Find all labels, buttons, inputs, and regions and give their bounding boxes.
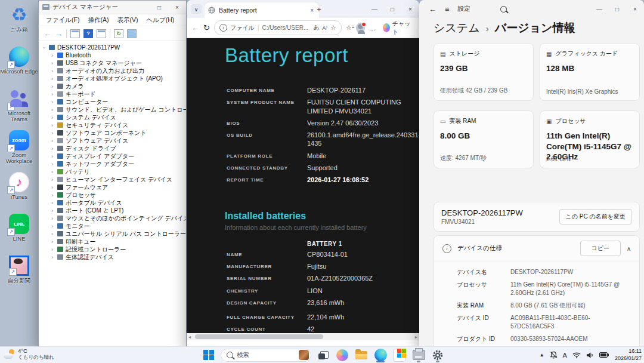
tree-item[interactable]: › 記憶域コントローラー xyxy=(41,245,186,253)
chevron-collapsed-icon[interactable]: › xyxy=(49,254,55,260)
tab-close-icon[interactable]: × xyxy=(308,7,315,14)
hidden-icons-chevron[interactable]: ▲ xyxy=(540,352,544,358)
tree-item[interactable]: › キーボード xyxy=(41,90,186,98)
tree-item[interactable]: › ポート (COM と LPT) xyxy=(41,207,186,214)
info-icon[interactable]: i xyxy=(219,24,227,32)
chevron-collapsed-icon[interactable]: › xyxy=(49,60,55,66)
chevron-collapsed-icon[interactable]: › xyxy=(49,216,55,222)
desktop-icon[interactable]: ↗ Microsoft Edge xyxy=(0,47,38,83)
copy-button[interactable]: コピー xyxy=(580,241,621,256)
chevron-collapsed-icon[interactable]: › xyxy=(49,161,55,167)
scrollbar-thumb[interactable] xyxy=(195,334,323,339)
chevron-collapsed-icon[interactable]: › xyxy=(49,200,55,206)
chevron-up-icon[interactable]: ∧ xyxy=(627,245,631,252)
edge-button[interactable] xyxy=(373,348,388,362)
scroll-right-icon[interactable]: ► xyxy=(413,335,419,339)
tree-item[interactable]: › マウスとそのほかのポインティング デバイス xyxy=(41,214,186,222)
tree-item[interactable]: › 生体認証デバイス xyxy=(41,253,186,261)
scan-hardware-icon[interactable]: ↻ xyxy=(114,29,123,38)
close-button[interactable]: × xyxy=(626,0,644,18)
notifications-off-icon[interactable] xyxy=(550,351,558,359)
profile-avatar[interactable] xyxy=(356,23,365,33)
menu-item[interactable]: ヘルプ(H) xyxy=(143,15,178,26)
chevron-collapsed-icon[interactable]: › xyxy=(49,68,55,74)
desktop-icon[interactable]: ↗ Zoom Workplace xyxy=(0,130,38,167)
chevron-collapsed-icon[interactable]: › xyxy=(49,208,55,214)
refresh-icon[interactable]: ↻ xyxy=(203,23,210,32)
chevron-collapsed-icon[interactable]: › xyxy=(49,130,55,136)
tree-item[interactable]: › サウンド、ビデオ、およびゲーム コントローラー xyxy=(41,106,186,113)
rename-pc-button[interactable]: この PC の名前を変更 xyxy=(559,209,632,224)
browser-tab[interactable]: Battery report × xyxy=(205,2,319,18)
ime-mode-indicator[interactable]: A xyxy=(563,352,567,359)
desktop-icon[interactable]: ↗ Microsoft Teams xyxy=(0,88,38,125)
tree-item[interactable]: › バッテリ xyxy=(41,168,186,176)
start-button[interactable] xyxy=(202,348,216,362)
translate-icon[interactable]: あ xyxy=(314,24,320,32)
console-icon[interactable] xyxy=(70,29,80,38)
tree-item[interactable]: › ファームウェア xyxy=(41,183,186,191)
taskbar-search[interactable]: 検索 xyxy=(221,349,311,362)
task-view-button[interactable] xyxy=(316,348,330,362)
chevron-collapsed-icon[interactable]: › xyxy=(49,91,55,97)
forward-icon[interactable]: → xyxy=(55,29,63,38)
chevron-collapsed-icon[interactable]: › xyxy=(49,192,55,198)
tree-item[interactable]: › ディスプレイ アダプター xyxy=(41,152,186,160)
speaker-icon[interactable] xyxy=(586,352,594,359)
back-icon[interactable]: ← xyxy=(191,23,199,32)
tree-item[interactable]: › セキュリティ デバイス xyxy=(41,121,186,129)
tree-item[interactable]: › 印刷キュー xyxy=(41,238,186,245)
desktop-icon[interactable]: ↗ iTunes xyxy=(0,172,38,208)
maximize-button[interactable]: □ xyxy=(383,0,401,18)
search-highlight-image[interactable] xyxy=(299,350,309,360)
device-spec-header[interactable]: i デバイスの仕様 コピー ∧ xyxy=(434,236,639,262)
spec-card[interactable]: ▣ プロセッサ 11th Gen Intel(R) Core(TM) i5-11… xyxy=(540,110,640,168)
chevron-collapsed-icon[interactable]: › xyxy=(49,53,55,59)
chevron-collapsed-icon[interactable]: › xyxy=(49,223,55,229)
chevron-collapsed-icon[interactable]: › xyxy=(49,177,55,183)
tree-item[interactable]: › ポータブル デバイス xyxy=(41,199,186,207)
chevron-collapsed-icon[interactable]: › xyxy=(49,146,55,152)
properties-icon[interactable] xyxy=(97,29,106,38)
close-button[interactable]: × xyxy=(168,1,186,14)
tree-item[interactable]: › システム デバイス xyxy=(41,113,186,121)
tree-item[interactable]: › ヒューマン インターフェイス デバイス xyxy=(41,176,186,183)
tree-root[interactable]: › DESKTOP-2026117PW xyxy=(41,44,186,51)
tab-actions-menu-icon[interactable]: ∨ xyxy=(191,4,202,14)
tree-item[interactable]: › ユニバーサル シリアル バス コントローラー xyxy=(41,230,186,238)
read-aloud-icon[interactable]: A⁾ xyxy=(322,24,327,31)
settings-button[interactable] xyxy=(431,348,445,362)
device-manager-button[interactable] xyxy=(411,348,426,362)
favorites-icon[interactable]: ☆ xyxy=(346,24,352,32)
clock[interactable]: 16:11 2026/01/27 xyxy=(615,348,642,362)
weather-widget[interactable]: 4°C くもりのち晴れ xyxy=(4,348,54,361)
more-menu-icon[interactable]: … xyxy=(369,24,376,32)
desktop-icon[interactable]: ↗ 自分新聞 xyxy=(0,256,38,292)
tree-item[interactable]: › オーディオの入力および出力 xyxy=(41,67,186,75)
menu-item[interactable]: 操作(A) xyxy=(84,15,112,26)
hamburger-menu-icon[interactable]: ≡ xyxy=(445,5,450,14)
tree-item[interactable]: › ディスク ドライブ xyxy=(41,144,186,152)
tree-item[interactable]: › コンピューター xyxy=(41,98,186,106)
back-icon[interactable]: ← xyxy=(44,29,51,38)
microsoft-store-button[interactable] xyxy=(392,348,407,362)
new-tab-button[interactable]: + xyxy=(317,5,321,14)
chevron-collapsed-icon[interactable]: › xyxy=(49,107,55,113)
chevron-collapsed-icon[interactable]: › xyxy=(49,239,55,245)
address-bar[interactable]: i ファイル | C:/Users/USER... あ A⁾ ☆ xyxy=(214,20,342,35)
search-icon[interactable] xyxy=(500,6,507,13)
menu-item[interactable]: ファイル(F) xyxy=(42,15,83,26)
tree-item[interactable]: › モニター xyxy=(41,222,186,230)
maximize-button[interactable]: □ xyxy=(608,0,626,18)
tree-item[interactable]: › カメラ xyxy=(41,82,186,90)
chevron-collapsed-icon[interactable]: › xyxy=(49,84,55,90)
menu-item[interactable]: 表示(V) xyxy=(113,15,141,26)
chevron-collapsed-icon[interactable]: › xyxy=(49,115,55,121)
computer-icon[interactable] xyxy=(127,29,137,38)
maximize-button[interactable]: □ xyxy=(150,1,168,14)
chevron-expanded-icon[interactable]: › xyxy=(41,45,47,50)
tree-item[interactable]: › プロセッサ xyxy=(41,191,186,199)
spec-card[interactable]: ▤ ストレージ 239 GB 使用領域 42 GB / 239 GB xyxy=(434,43,534,101)
tree-item[interactable]: › ソフトウェア デバイス xyxy=(41,137,186,144)
spec-card[interactable]: ▭ 実装 RAM 8.00 GB 速度: 4267 MT/秒 xyxy=(434,110,534,168)
